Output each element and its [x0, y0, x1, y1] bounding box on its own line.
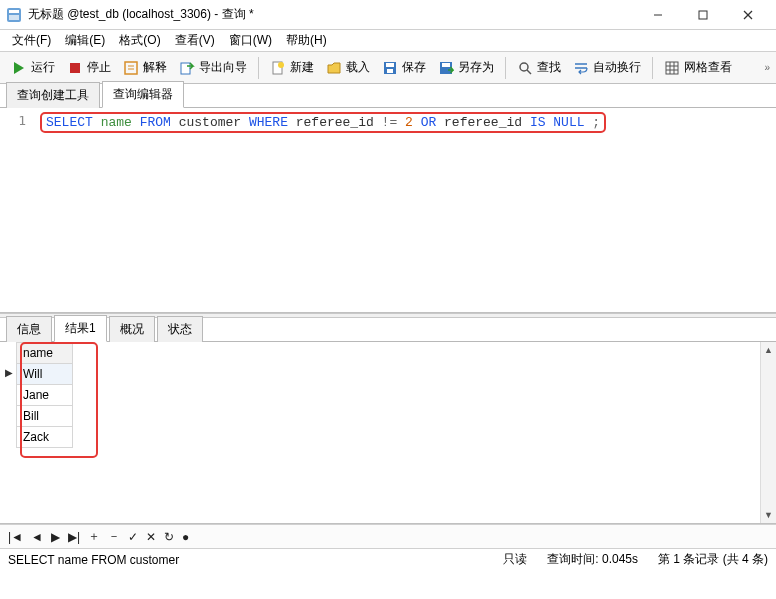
menu-view[interactable]: 查看(V) — [169, 30, 221, 51]
tab-info[interactable]: 信息 — [6, 316, 52, 342]
grid-icon — [664, 60, 680, 76]
svg-rect-8 — [70, 63, 80, 73]
export-icon — [179, 60, 195, 76]
kw-select: SELECT — [46, 115, 93, 130]
table-row[interactable]: Will — [17, 364, 73, 385]
table-row[interactable]: Zack — [17, 427, 73, 448]
maximize-button[interactable] — [680, 1, 725, 29]
load-icon — [326, 60, 342, 76]
status-record: 第 1 条记录 (共 4 条) — [658, 551, 768, 568]
scroll-down-icon[interactable]: ▼ — [761, 507, 776, 523]
sql-editor[interactable]: 1 SELECT name FROM customer WHERE refere… — [0, 108, 776, 313]
table-name: customer — [179, 115, 241, 130]
menu-edit[interactable]: 编辑(E) — [59, 30, 111, 51]
explain-button[interactable]: 解释 — [118, 56, 172, 79]
scroll-up-icon[interactable]: ▲ — [761, 342, 776, 358]
cell: Bill — [17, 406, 73, 427]
save-icon — [382, 60, 398, 76]
svg-rect-12 — [181, 63, 190, 74]
table-row[interactable]: Jane — [17, 385, 73, 406]
menu-format[interactable]: 格式(O) — [113, 30, 166, 51]
load-button[interactable]: 载入 — [321, 56, 375, 79]
save-as-button[interactable]: 另存为 — [433, 56, 499, 79]
kw-null: NULL — [553, 115, 584, 130]
run-button[interactable]: 运行 — [6, 56, 60, 79]
export-label: 导出向导 — [199, 59, 247, 76]
save-as-icon — [438, 60, 454, 76]
result-grid[interactable]: ▶ name Will Jane Bill Zack — [16, 342, 73, 523]
auto-wrap-label: 自动换行 — [593, 59, 641, 76]
toolbar-overflow-icon[interactable]: » — [764, 62, 770, 73]
svg-rect-9 — [125, 62, 137, 74]
status-readonly: 只读 — [503, 551, 527, 568]
explain-label: 解释 — [143, 59, 167, 76]
close-button[interactable] — [725, 1, 770, 29]
results-pane: 信息 结果1 概况 状态 ▶ name Will Jane Bill Zack … — [0, 318, 776, 548]
run-label: 运行 — [31, 59, 55, 76]
nav-delete-icon[interactable]: － — [108, 528, 120, 545]
export-wizard-button[interactable]: 导出向导 — [174, 56, 252, 79]
save-as-label: 另存为 — [458, 59, 494, 76]
svg-rect-17 — [387, 69, 393, 73]
explain-icon — [123, 60, 139, 76]
tab-status[interactable]: 状态 — [157, 316, 203, 342]
save-button[interactable]: 保存 — [377, 56, 431, 79]
literal-2: 2 — [405, 115, 413, 130]
wrap-icon — [573, 60, 589, 76]
window-title: 无标题 @test_db (localhost_3306) - 查询 * — [28, 6, 635, 23]
nav-cancel-icon[interactable]: ✕ — [146, 530, 156, 544]
nav-first-icon[interactable]: |◄ — [8, 530, 23, 544]
nav-add-icon[interactable]: ＋ — [88, 528, 100, 545]
col-referee2: referee_id — [444, 115, 522, 130]
nav-last-icon[interactable]: ▶| — [68, 530, 80, 544]
tab-query-builder[interactable]: 查询创建工具 — [6, 82, 100, 108]
svg-rect-4 — [699, 11, 707, 19]
new-icon — [270, 60, 286, 76]
minimize-button[interactable] — [635, 1, 680, 29]
tab-profile[interactable]: 概况 — [109, 316, 155, 342]
cell: Zack — [17, 427, 73, 448]
svg-rect-24 — [666, 62, 678, 74]
svg-point-14 — [278, 62, 284, 68]
status-query: SELECT name FROM customer — [8, 553, 179, 567]
tab-query-editor[interactable]: 查询编辑器 — [102, 81, 184, 108]
svg-rect-19 — [442, 63, 450, 67]
tab-result1[interactable]: 结果1 — [54, 315, 107, 342]
svg-rect-16 — [386, 63, 394, 67]
separator — [505, 57, 506, 79]
auto-wrap-button[interactable]: 自动换行 — [568, 56, 646, 79]
menubar: 文件(F) 编辑(E) 格式(O) 查看(V) 窗口(W) 帮助(H) — [0, 30, 776, 52]
status-time: 查询时间: 0.045s — [547, 551, 638, 568]
nav-prev-icon[interactable]: ◄ — [31, 530, 43, 544]
menu-help[interactable]: 帮助(H) — [280, 30, 333, 51]
separator — [258, 57, 259, 79]
table-row[interactable]: Bill — [17, 406, 73, 427]
nav-commit-icon[interactable]: ✓ — [128, 530, 138, 544]
nav-stop-icon[interactable]: ● — [182, 530, 189, 544]
status-time-label: 查询时间: — [547, 552, 598, 566]
line-number: 1 — [0, 113, 26, 128]
new-button[interactable]: 新建 — [265, 56, 319, 79]
nav-refresh-icon[interactable]: ↻ — [164, 530, 174, 544]
find-button[interactable]: 查找 — [512, 56, 566, 79]
titlebar: 无标题 @test_db (localhost_3306) - 查询 * — [0, 0, 776, 30]
result-tabstrip: 信息 结果1 概况 状态 — [0, 318, 776, 342]
semicolon: ; — [592, 115, 600, 130]
vertical-scrollbar[interactable]: ▲ ▼ — [760, 342, 776, 523]
op-neq: != — [382, 115, 398, 130]
grid-view-button[interactable]: 网格查看 — [659, 56, 737, 79]
stop-icon — [67, 60, 83, 76]
svg-line-21 — [527, 70, 531, 74]
col-name: name — [101, 115, 132, 130]
stop-label: 停止 — [87, 59, 111, 76]
svg-rect-1 — [9, 10, 19, 13]
stop-button[interactable]: 停止 — [62, 56, 116, 79]
status-time-value: 0.045s — [602, 552, 638, 566]
nav-next-icon[interactable]: ▶ — [51, 530, 60, 544]
record-navbar: |◄ ◄ ▶ ▶| ＋ － ✓ ✕ ↻ ● — [0, 524, 776, 548]
menu-file[interactable]: 文件(F) — [6, 30, 57, 51]
code-area[interactable]: SELECT name FROM customer WHERE referee_… — [34, 108, 776, 312]
svg-rect-2 — [9, 15, 19, 20]
col-header-name[interactable]: name — [17, 343, 73, 364]
menu-window[interactable]: 窗口(W) — [223, 30, 278, 51]
